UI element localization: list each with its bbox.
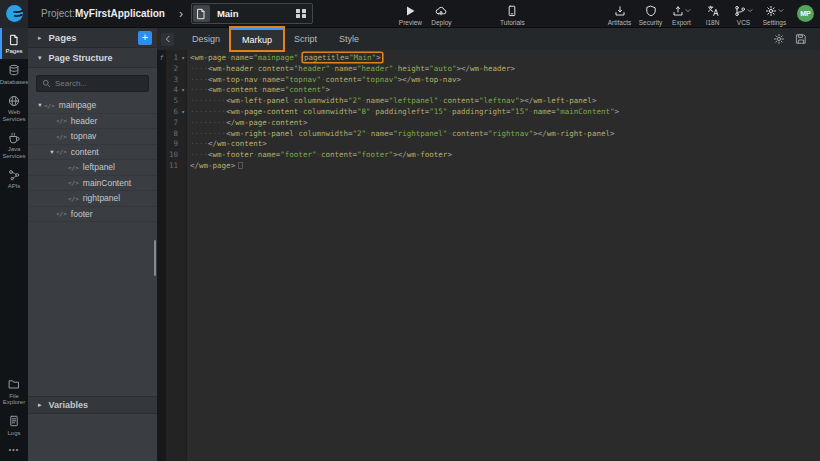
action-label: Settings	[763, 19, 787, 26]
topbar-i18n-button[interactable]: I18N	[697, 4, 728, 26]
code-line[interactable]: 9····</wm-content>	[157, 139, 820, 150]
tree-item-label: rightpanel	[83, 193, 120, 203]
tree-item-mainContent[interactable]: </>mainContent	[28, 176, 157, 192]
topbar-settings-button[interactable]: Settings	[759, 4, 790, 26]
line-number: 8	[166, 129, 179, 140]
code-text: ········<wm-page-content·columnwidth="8"…	[187, 107, 619, 118]
search-row	[28, 68, 157, 98]
tree-item-rightpanel[interactable]: </>rightpanel	[28, 191, 157, 207]
save-icon[interactable]	[795, 33, 807, 45]
topbar-export-button[interactable]: Export	[666, 4, 697, 26]
rail-item-label: Pages	[5, 48, 22, 55]
left-rail: PagesDatabasesWeb ServicesJava ServicesA…	[0, 28, 28, 461]
sidebar-item-java-services[interactable]: Java Services	[0, 126, 28, 163]
gutter-marker: f	[157, 53, 166, 64]
code-line[interactable]: 8········<wm-right-panel·columnwidth="2"…	[157, 129, 820, 140]
apps-grid-icon[interactable]	[296, 9, 306, 19]
caret-down-icon[interactable]: ▾	[48, 148, 56, 156]
sidebar-item-file-explorer[interactable]: File Explorer	[0, 373, 28, 410]
code-line[interactable]: 3····<wm-top-nav·name="topnav"·content="…	[157, 75, 820, 86]
code-text: <wm-page·name="mainpage"·pagetitle="Main…	[187, 53, 382, 64]
project-name: MyFirstApplication	[75, 8, 165, 19]
add-page-button[interactable]: +	[138, 31, 152, 45]
shield-icon	[645, 5, 657, 17]
tree-item-leftpanel[interactable]: </>leftpanel	[28, 160, 157, 176]
sidebar-item-web-services[interactable]: Web Services	[0, 89, 28, 126]
sidebar-item-logs[interactable]: Logs	[0, 410, 28, 441]
page-tab-main[interactable]: Main	[191, 3, 313, 24]
panel-scrollbar[interactable]	[154, 240, 157, 276]
markup-settings-gear-icon[interactable]	[773, 33, 785, 45]
tree-item-header[interactable]: </>header	[28, 114, 157, 130]
collapse-left-icon	[164, 35, 172, 43]
fold-placeholder	[179, 161, 187, 172]
fold-placeholder	[179, 75, 187, 86]
page-structure-header[interactable]: ▾ Page Structure	[28, 48, 157, 68]
code-line[interactable]: 6▾········<wm-page-content·columnwidth="…	[157, 107, 820, 118]
topbar-preview-button[interactable]: Preview	[395, 4, 426, 26]
variables-section-header[interactable]: ▸ Variables	[28, 396, 157, 414]
action-label: Tutorials	[500, 19, 525, 26]
code-line[interactable]: 2····<wm-header·content="header"·name="h…	[157, 64, 820, 75]
search-icon	[42, 79, 51, 88]
line-number: 1	[166, 53, 179, 64]
translate-icon	[707, 5, 719, 17]
widget-code-icon: </>	[56, 210, 67, 217]
line-number: 11	[166, 161, 179, 172]
topbar-security-button[interactable]: Security	[635, 4, 666, 26]
tree-item-mainpage[interactable]: ▾</>mainpage	[28, 98, 157, 114]
search-box	[36, 75, 149, 92]
fold-toggle-icon[interactable]: ▾	[179, 107, 187, 118]
tab-design[interactable]: Design	[181, 28, 231, 50]
text-cursor	[238, 162, 243, 169]
code-text: ········<wm-right-panel·columnwidth="2"·…	[187, 129, 614, 140]
topbar-right-actions: ArtifactsSecurityExportI18NVCSSettings	[604, 1, 790, 26]
tree-item-label: leftpanel	[83, 162, 115, 172]
more-options-button[interactable]: •••	[0, 440, 28, 461]
topbar-tutorials-button[interactable]: Tutorials	[497, 4, 528, 26]
globe-icon	[8, 95, 20, 107]
fold-placeholder	[179, 64, 187, 75]
wavemaker-logo[interactable]	[0, 0, 28, 28]
fold-toggle-icon[interactable]: ▾	[179, 53, 187, 64]
pages-panel-header[interactable]: ▸ Pages +	[28, 28, 157, 48]
topbar-vcs-button[interactable]: VCS	[728, 4, 759, 26]
search-input[interactable]	[55, 79, 145, 88]
markup-code-editor[interactable]: f1▾<wm-page·name="mainpage"·pagetitle="M…	[157, 50, 820, 461]
code-line[interactable]: 5········<wm-left-panel·columnwidth="2"·…	[157, 96, 820, 107]
tray-down-icon	[614, 5, 626, 17]
doc-icon	[195, 8, 207, 20]
tree-item-footer[interactable]: </>footer	[28, 207, 157, 223]
code-line[interactable]: 11</wm-page>	[157, 161, 820, 172]
caret-right-icon: ▸	[38, 34, 42, 42]
rail-item-label: File Explorer	[0, 393, 28, 406]
tab-markup[interactable]: Markup	[231, 28, 283, 50]
fold-placeholder	[179, 118, 187, 129]
rail-spacer	[0, 194, 28, 373]
code-text: ····<wm-header·content="header"·name="he…	[187, 64, 515, 75]
code-text: </wm-page>	[187, 161, 243, 172]
code-line[interactable]: 7········</wm-page-content>	[157, 118, 820, 129]
sidebar-item-pages[interactable]: Pages	[0, 28, 28, 59]
tray-up-icon	[672, 5, 684, 17]
fold-placeholder	[179, 129, 187, 140]
user-avatar[interactable]: MP	[797, 5, 814, 22]
sidebar-item-databases[interactable]: Databases	[0, 59, 28, 90]
editor-tab-bar: DesignMarkupScriptStyle	[157, 28, 820, 50]
tree-item-content[interactable]: ▾</>content	[28, 145, 157, 161]
topbar-deploy-button[interactable]: Deploy	[426, 4, 457, 26]
caret-down-icon[interactable]: ▾	[36, 101, 44, 109]
code-line[interactable]: f1▾<wm-page·name="mainpage"·pagetitle="M…	[157, 53, 820, 64]
topbar-artifacts-button[interactable]: Artifacts	[604, 4, 635, 26]
page-structure-title: Page Structure	[49, 53, 113, 63]
code-line[interactable]: 4▾····<wm-content·name="content">	[157, 85, 820, 96]
fold-toggle-icon[interactable]: ▾	[179, 85, 187, 96]
annotation-highlight-box: pagetitle="Main">	[303, 53, 382, 62]
tree-item-topnav[interactable]: </>topnav	[28, 129, 157, 145]
tab-style[interactable]: Style	[328, 28, 370, 50]
sidebar-item-apis[interactable]: APIs	[0, 163, 28, 194]
collapse-panel-button[interactable]	[161, 33, 174, 46]
line-number: 7	[166, 118, 179, 129]
tab-script[interactable]: Script	[283, 28, 328, 50]
code-line[interactable]: 10····<wm-footer·name="footer"·content="…	[157, 150, 820, 161]
